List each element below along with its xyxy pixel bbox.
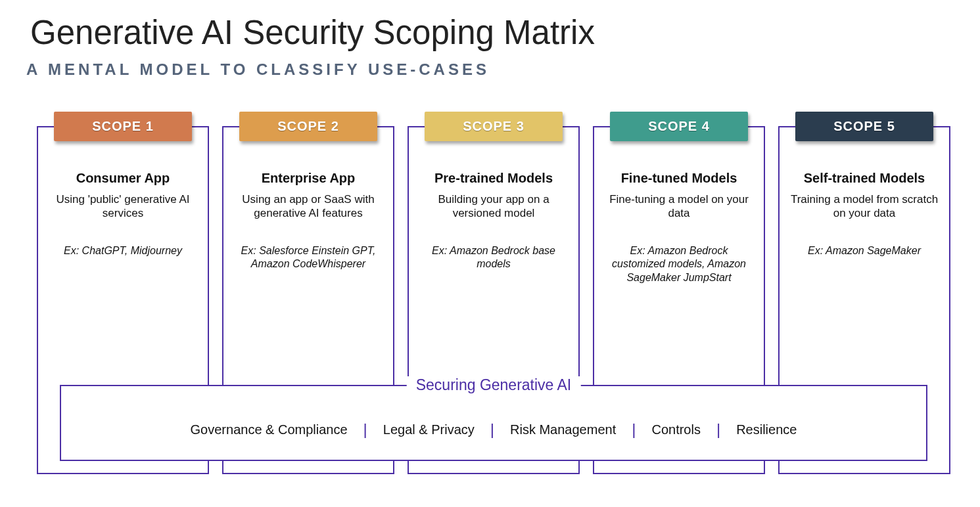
- scope-5-desc: Training a model from scratch on your da…: [789, 192, 940, 221]
- securing-ai-items: Governance & Compliance | Legal & Privac…: [61, 422, 926, 437]
- securing-item-resilience: Resilience: [736, 422, 797, 437]
- scope-5-name: Self-trained Models: [789, 171, 940, 186]
- scope-3-desc: Building your app on a versioned model: [418, 192, 569, 221]
- separator-icon: |: [490, 422, 494, 437]
- scope-3-badge: SCOPE 3: [425, 112, 563, 141]
- separator-icon: |: [632, 422, 636, 437]
- scope-4-example: Ex: Amazon Bedrock customized models, Am…: [603, 244, 755, 285]
- scope-3-name: Pre-trained Models: [418, 171, 569, 186]
- page-subtitle: A MENTAL MODEL TO CLASSIFY USE-CASES: [26, 60, 490, 79]
- securing-item-controls: Controls: [651, 422, 700, 437]
- scope-3-example: Ex: Amazon Bedrock base models: [418, 244, 569, 272]
- scope-4-name: Fine-tuned Models: [603, 171, 755, 186]
- scope-2-badge: SCOPE 2: [239, 112, 377, 141]
- separator-icon: |: [363, 422, 367, 437]
- securing-item-legal: Legal & Privacy: [383, 422, 475, 437]
- scope-4-desc: Fine-tuning a model on your data: [603, 192, 755, 221]
- securing-item-risk: Risk Management: [510, 422, 616, 437]
- securing-item-governance: Governance & Compliance: [191, 422, 348, 437]
- scope-2-example: Ex: Salesforce Einstein GPT, Amazon Code…: [233, 244, 384, 272]
- scope-1-badge: SCOPE 1: [54, 112, 192, 141]
- separator-icon: |: [716, 422, 720, 437]
- securing-ai-box: Securing Generative AI Governance & Comp…: [60, 385, 927, 461]
- scoping-matrix-diagram: SCOPE 1 Consumer App Using 'public' gene…: [37, 110, 950, 478]
- scope-1-desc: Using 'public' generative AI services: [47, 192, 198, 221]
- scope-5-example: Ex: Amazon SageMaker: [789, 244, 940, 258]
- scope-2-desc: Using an app or SaaS with generative AI …: [233, 192, 384, 221]
- securing-ai-title: Securing Generative AI: [407, 376, 581, 394]
- scope-4-badge: SCOPE 4: [610, 112, 748, 141]
- scope-1-example: Ex: ChatGPT, Midjourney: [47, 244, 198, 258]
- scope-5-badge: SCOPE 5: [795, 112, 933, 141]
- scope-1-name: Consumer App: [47, 171, 198, 186]
- page-title: Generative AI Security Scoping Matrix: [30, 13, 595, 52]
- scope-2-name: Enterprise App: [233, 171, 384, 186]
